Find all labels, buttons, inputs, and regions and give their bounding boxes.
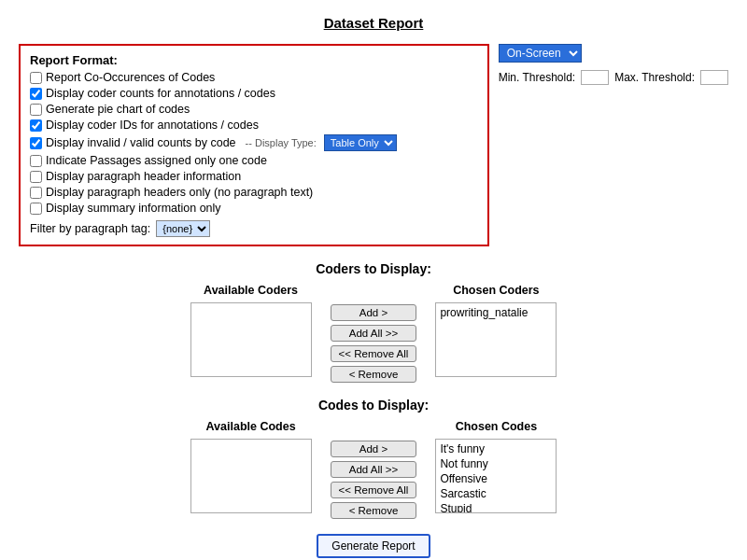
- max-threshold-input[interactable]: [700, 70, 728, 85]
- codes-buttons-col: Add > Add All >> << Remove All < Remove: [331, 420, 417, 519]
- checkbox-passages-one-label: Indicate Passages assigned only one code: [46, 154, 267, 167]
- min-threshold-label: Min. Threshold:: [499, 71, 575, 84]
- coders-add-all-button[interactable]: Add All >>: [331, 325, 417, 342]
- coders-remove-all-button[interactable]: << Remove All: [331, 345, 417, 362]
- chosen-coders-label: Chosen Coders: [453, 284, 539, 297]
- checkbox-row-passages-one: Indicate Passages assigned only one code: [30, 154, 478, 167]
- checkbox-para-headers-only[interactable]: [30, 187, 42, 199]
- checkbox-row-para-headers-only: Display paragraph headers only (no parag…: [30, 186, 478, 199]
- checkbox-pie-chart-label: Generate pie chart of codes: [46, 103, 190, 116]
- codes-add-all-button[interactable]: Add All >>: [331, 461, 417, 478]
- checkbox-pie-chart[interactable]: [30, 104, 42, 116]
- available-coders-list[interactable]: [190, 302, 312, 377]
- report-format-label: Report Format:: [30, 53, 478, 67]
- display-type-label: -- Display Type:: [246, 137, 317, 148]
- available-codes-list[interactable]: [190, 439, 312, 513]
- checkbox-row-coder-counts: Display coder counts for annotations / c…: [30, 87, 478, 100]
- codes-add-button[interactable]: Add >: [331, 441, 417, 457]
- chosen-code-item[interactable]: Stupid: [438, 501, 554, 513]
- checkbox-invalid-valid[interactable]: [30, 137, 42, 149]
- checkbox-coder-ids-label: Display coder IDs for annotations / code…: [46, 119, 259, 132]
- checkbox-coder-counts[interactable]: [30, 88, 42, 100]
- chosen-code-item[interactable]: It's funny: [438, 441, 554, 456]
- display-type-select[interactable]: Table Only: [324, 134, 397, 151]
- min-threshold-input[interactable]: [581, 70, 609, 85]
- coders-section: Coders to Display: Available Coders Add …: [19, 261, 728, 383]
- checkbox-row-pie-chart: Generate pie chart of codes: [30, 103, 478, 116]
- chosen-codes-panel: Chosen Codes It's funny Not funny Offens…: [435, 420, 557, 513]
- chosen-coders-list[interactable]: prowriting_natalie: [435, 302, 557, 377]
- available-coders-label: Available Coders: [204, 284, 298, 297]
- chosen-code-item[interactable]: Offensive: [438, 471, 554, 486]
- coders-remove-button[interactable]: < Remove: [331, 366, 417, 383]
- checkbox-row-coder-ids: Display coder IDs for annotations / code…: [30, 119, 478, 132]
- generate-report-button[interactable]: Generate Report: [317, 534, 430, 558]
- checkbox-coder-counts-label: Display coder counts for annotations / c…: [46, 87, 275, 100]
- chosen-coder-item[interactable]: prowriting_natalie: [438, 305, 554, 320]
- checkbox-passages-one[interactable]: [30, 155, 42, 167]
- right-panel: On-Screen Min. Threshold: Max. Threshold…: [499, 44, 728, 246]
- chosen-coders-panel: Chosen Coders prowriting_natalie: [435, 284, 557, 377]
- checkbox-coder-ids[interactable]: [30, 119, 42, 132]
- coders-add-button[interactable]: Add >: [331, 304, 417, 321]
- checkbox-row-summary-only: Display summary information only: [30, 202, 478, 215]
- available-codes-panel: Available Codes: [190, 420, 312, 513]
- checkbox-cooccurences-label: Report Co-Occurences of Codes: [46, 71, 215, 84]
- filter-select[interactable]: {none}: [156, 220, 210, 237]
- generate-report-row: Generate Report: [19, 534, 728, 558]
- page-title: Dataset Report: [19, 15, 728, 31]
- coders-buttons-col: Add > Add All >> << Remove All < Remove: [331, 284, 417, 383]
- filter-label: Filter by paragraph tag:: [30, 222, 150, 235]
- max-threshold-label: Max. Threshold:: [614, 71, 695, 84]
- checkbox-para-headers-only-label: Display paragraph headers only (no parag…: [46, 186, 313, 199]
- codes-remove-all-button[interactable]: << Remove All: [331, 482, 417, 498]
- checkbox-summary-only[interactable]: [30, 203, 42, 215]
- checkbox-summary-only-label: Display summary information only: [46, 202, 221, 215]
- threshold-row: Min. Threshold: Max. Threshold:: [499, 70, 728, 85]
- codes-remove-button[interactable]: < Remove: [331, 502, 417, 519]
- chosen-code-item[interactable]: Sarcastic: [438, 486, 554, 501]
- on-screen-select[interactable]: On-Screen: [499, 44, 582, 63]
- checkbox-para-header-info[interactable]: [30, 171, 42, 183]
- filter-row: Filter by paragraph tag: {none}: [30, 220, 478, 237]
- coders-section-title: Coders to Display:: [19, 261, 728, 276]
- codes-section: Codes to Display: Available Codes Add > …: [19, 398, 728, 519]
- checkbox-cooccurences[interactable]: [30, 72, 42, 84]
- chosen-code-item[interactable]: Not funny: [438, 456, 554, 471]
- checkbox-row-para-header-info: Display paragraph header information: [30, 170, 478, 183]
- checkbox-row-invalid-valid: Display invalid / valid counts by code -…: [30, 134, 478, 151]
- chosen-codes-list[interactable]: It's funny Not funny Offensive Sarcastic…: [435, 439, 557, 513]
- checkbox-para-header-info-label: Display paragraph header information: [46, 170, 241, 183]
- checkbox-row-cooccurences: Report Co-Occurences of Codes: [30, 71, 478, 84]
- coders-transfer-area: Available Coders Add > Add All >> << Rem…: [19, 284, 728, 383]
- on-screen-row: On-Screen: [499, 44, 728, 63]
- checkbox-invalid-valid-label: Display invalid / valid counts by code: [46, 136, 236, 149]
- report-format-box: Report Format: Report Co-Occurences of C…: [19, 44, 489, 246]
- chosen-codes-label: Chosen Codes: [456, 420, 538, 433]
- available-codes-label: Available Codes: [206, 420, 296, 433]
- codes-section-title: Codes to Display:: [19, 398, 728, 413]
- available-coders-panel: Available Coders: [190, 284, 312, 377]
- codes-transfer-area: Available Codes Add > Add All >> << Remo…: [19, 420, 728, 519]
